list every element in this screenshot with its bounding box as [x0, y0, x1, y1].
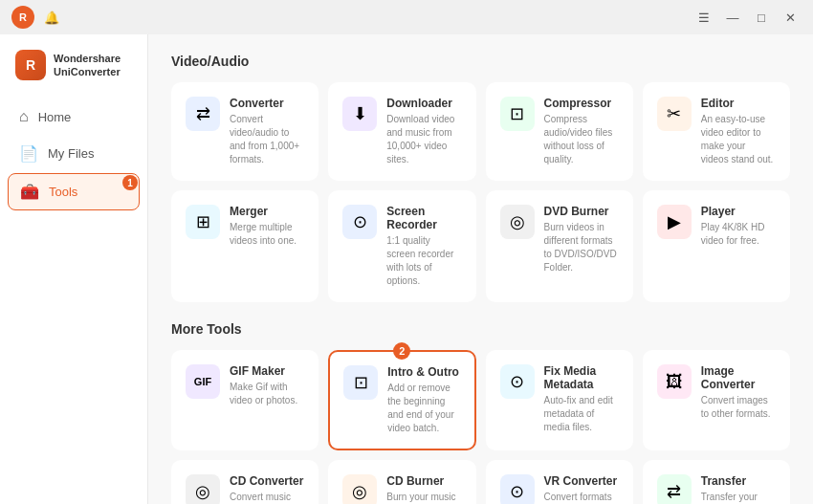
intro-outro-desc: Add or remove the beginning and end of y…	[387, 382, 460, 435]
minimize-button[interactable]: —	[721, 6, 744, 29]
gif-maker-icon: GIF	[186, 364, 220, 399]
tool-cd-burner[interactable]: ◎ CD Burner Burn your music to CD.	[328, 460, 475, 504]
gif-maker-info: GIF Maker Make Gif with video or photos.	[230, 364, 304, 407]
home-icon: ⌂	[19, 108, 29, 125]
editor-name: Editor	[701, 97, 776, 110]
downloader-info: Downloader Download video and music from…	[386, 97, 461, 166]
dvd-burner-name: DVD Burner	[544, 205, 619, 218]
vr-converter-desc: Convert formats for different VR devices…	[544, 491, 619, 504]
transfer-desc: Transfer your files to device.	[701, 491, 776, 504]
intro-outro-badge: 2	[393, 342, 410, 360]
maximize-button[interactable]: □	[750, 6, 773, 29]
window-controls: ☰ — □ ✕	[692, 6, 802, 29]
app-logo: R Wondershare UniConverter	[0, 50, 147, 99]
cd-burner-info: CD Burner Burn your music to CD.	[386, 474, 461, 504]
logo-icon: R	[15, 50, 46, 80]
video-audio-grid: ⇄ Converter Convert video/audio to and f…	[171, 82, 790, 302]
converter-info: Converter Convert video/audio to and fro…	[230, 97, 304, 166]
tools-icon: 🧰	[20, 183, 39, 201]
dvd-burner-info: DVD Burner Burn videos in different form…	[544, 205, 619, 274]
cd-converter-desc: Convert music from CD.	[230, 491, 304, 504]
sidebar-nav: ⌂ Home 📄 My Files 🧰 Tools 1	[0, 99, 147, 210]
tool-vr-converter[interactable]: ⊙ VR Converter Convert formats for diffe…	[486, 460, 633, 504]
cd-burner-desc: Burn your music to CD.	[386, 491, 461, 504]
dvd-burner-icon: ◎	[500, 205, 535, 239]
fix-media-desc: Auto-fix and edit metadata of media file…	[544, 394, 619, 434]
main-content: Video/Audio ⇄ Converter Convert video/au…	[148, 34, 813, 504]
titlebar: R 🔔 ☰ — □ ✕	[0, 0, 813, 34]
image-converter-info: Image Converter Convert images to other …	[701, 364, 776, 421]
screen-recorder-name: Screen Recorder	[386, 205, 461, 231]
tool-transfer[interactable]: ⇄ Transfer Transfer your files to device…	[643, 460, 790, 504]
tool-merger[interactable]: ⊞ Merger Merge multiple videos into one.	[171, 190, 319, 302]
gif-maker-desc: Make Gif with video or photos.	[230, 381, 304, 407]
sidebar-item-myfiles[interactable]: 📄 My Files	[8, 136, 140, 171]
transfer-name: Transfer	[701, 474, 776, 488]
cd-converter-name: CD Converter	[230, 474, 304, 488]
tool-cd-converter[interactable]: ◎ CD Converter Convert music from CD.	[171, 460, 319, 504]
fix-media-name: Fix Media Metadata	[544, 364, 619, 391]
downloader-desc: Download video and music from 10,000+ vi…	[386, 113, 461, 166]
merger-desc: Merge multiple videos into one.	[230, 221, 304, 248]
editor-info: Editor An easy-to-use video editor to ma…	[701, 97, 776, 166]
intro-outro-icon: ⊡	[343, 365, 378, 400]
compressor-name: Compressor	[544, 97, 619, 110]
merger-info: Merger Merge multiple videos into one.	[230, 205, 304, 248]
dvd-burner-desc: Burn videos in different formats to DVD/…	[544, 221, 619, 274]
player-info: Player Play 4K/8K HD video for free.	[701, 205, 776, 248]
editor-desc: An easy-to-use video editor to make your…	[701, 113, 776, 166]
sidebar-item-home[interactable]: ⌂ Home	[8, 99, 140, 134]
cd-converter-icon: ◎	[186, 474, 220, 504]
tool-intro-outro[interactable]: ⊡ Intro & Outro Add or remove the beginn…	[328, 350, 475, 450]
tool-player[interactable]: ▶ Player Play 4K/8K HD video for free.	[643, 190, 790, 302]
user-avatar[interactable]: R	[11, 6, 34, 29]
intro-outro-wrapper: 2 ⊡ Intro & Outro Add or remove the begi…	[328, 350, 475, 450]
tool-fix-media[interactable]: ⊙ Fix Media Metadata Auto-fix and edit m…	[486, 350, 633, 450]
cd-burner-name: CD Burner	[386, 474, 461, 488]
close-button[interactable]: ✕	[779, 6, 802, 29]
downloader-name: Downloader	[386, 97, 461, 110]
tool-gif-maker[interactable]: GIF GIF Maker Make Gif with video or pho…	[171, 350, 319, 450]
player-icon: ▶	[657, 205, 692, 239]
transfer-info: Transfer Transfer your files to device.	[701, 474, 776, 504]
player-name: Player	[701, 205, 776, 218]
fix-media-info: Fix Media Metadata Auto-fix and edit met…	[544, 364, 619, 434]
tools-badge: 1	[122, 175, 138, 190]
screen-recorder-info: Screen Recorder 1:1 quality screen recor…	[386, 205, 461, 288]
cd-converter-info: CD Converter Convert music from CD.	[230, 474, 304, 504]
image-converter-desc: Convert images to other formats.	[701, 394, 776, 421]
video-audio-title: Video/Audio	[171, 54, 790, 69]
app-body: R Wondershare UniConverter ⌂ Home 📄 My F…	[0, 34, 813, 504]
transfer-icon: ⇄	[657, 474, 692, 504]
editor-icon: ✂	[657, 97, 692, 131]
tool-screen-recorder[interactable]: ⊙ Screen Recorder 1:1 quality screen rec…	[328, 190, 475, 302]
tool-downloader[interactable]: ⬇ Downloader Download video and music fr…	[328, 82, 475, 181]
screen-recorder-desc: 1:1 quality screen recorder with lots of…	[386, 234, 461, 288]
tool-converter[interactable]: ⇄ Converter Convert video/audio to and f…	[171, 82, 319, 181]
cd-burner-icon: ◎	[342, 474, 377, 504]
downloader-icon: ⬇	[342, 97, 377, 131]
merger-icon: ⊞	[186, 205, 220, 239]
more-tools-grid: GIF GIF Maker Make Gif with video or pho…	[171, 350, 790, 504]
sidebar-item-tools[interactable]: 🧰 Tools	[8, 173, 140, 210]
notification-icon[interactable]: 🔔	[40, 6, 63, 29]
compressor-info: Compressor Compress audio/video files wi…	[544, 97, 619, 166]
menu-icon[interactable]: ☰	[692, 6, 715, 29]
tool-image-converter[interactable]: 🖼 Image Converter Convert images to othe…	[643, 350, 790, 450]
tool-compressor[interactable]: ⊡ Compressor Compress audio/video files …	[486, 82, 633, 181]
titlebar-left-icons: R 🔔	[11, 6, 63, 29]
vr-converter-icon: ⊙	[500, 474, 535, 504]
converter-icon: ⇄	[186, 97, 220, 131]
more-tools-title: More Tools	[171, 321, 790, 337]
gif-maker-name: GIF Maker	[230, 364, 304, 378]
compressor-icon: ⊡	[500, 97, 535, 131]
fix-media-icon: ⊙	[500, 364, 535, 399]
myfiles-icon: 📄	[19, 144, 38, 163]
converter-desc: Convert video/audio to and from 1,000+ f…	[230, 113, 304, 166]
vr-converter-info: VR Converter Convert formats for differe…	[544, 474, 619, 504]
image-converter-name: Image Converter	[701, 364, 776, 391]
player-desc: Play 4K/8K HD video for free.	[701, 221, 776, 248]
tool-editor[interactable]: ✂ Editor An easy-to-use video editor to …	[643, 82, 790, 181]
image-converter-icon: 🖼	[657, 364, 692, 399]
tool-dvd-burner[interactable]: ◎ DVD Burner Burn videos in different fo…	[486, 190, 633, 302]
